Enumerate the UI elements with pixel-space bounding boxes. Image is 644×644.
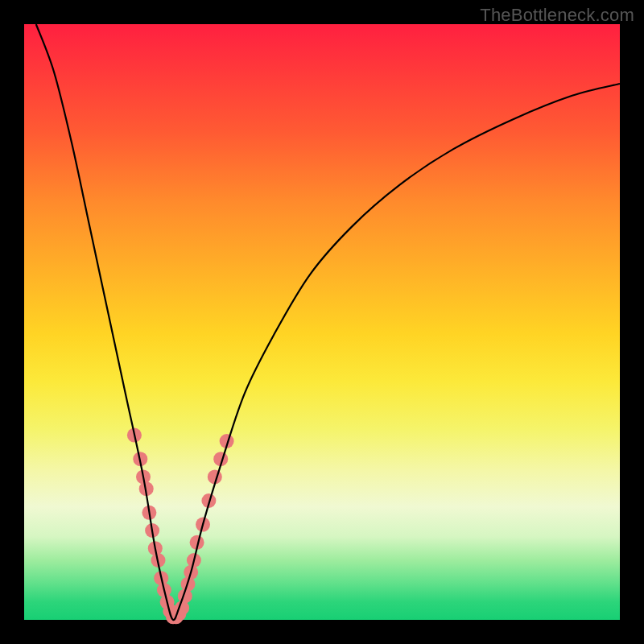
bottleneck-curve [36,24,620,620]
chart-frame: TheBottleneck.com [0,0,644,644]
watermark-text: TheBottleneck.com [480,5,634,26]
marker-layer [127,428,234,625]
chart-svg [24,24,620,620]
plot-area [24,24,620,620]
